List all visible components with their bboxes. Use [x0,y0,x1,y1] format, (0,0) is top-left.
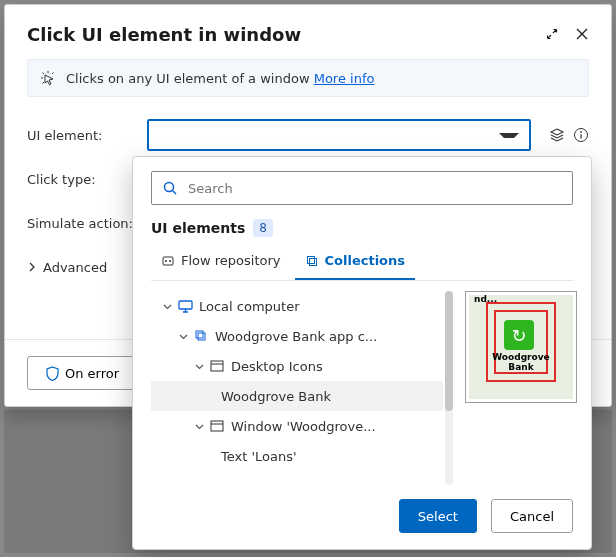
row-ui-element: UI element: [5,113,611,157]
monitor-icon [177,300,193,313]
info-text: Clicks on any UI element of a window Mor… [66,71,374,86]
ui-element-select[interactable] [147,119,531,151]
scrollbar-thumb[interactable] [445,291,453,411]
more-info-link[interactable]: More info [314,71,375,86]
tab-collections[interactable]: Collections [295,245,416,280]
search-icon [162,180,178,196]
svg-rect-10 [307,256,314,263]
popup-cancel-button[interactable]: Cancel [491,499,573,533]
svg-point-6 [165,183,174,192]
window-icon [209,360,225,372]
advanced-toggle[interactable]: Advanced [27,260,107,275]
svg-rect-7 [163,257,173,265]
tabs: Flow repository Collections [151,245,573,281]
cursor-click-icon [40,70,56,86]
select-button[interactable]: Select [399,499,477,533]
collections-icon [305,254,319,268]
shield-icon [46,366,59,381]
window-icon [209,420,225,432]
chevron-right-icon [27,262,37,272]
svg-rect-14 [198,333,205,340]
close-button[interactable] [567,19,597,49]
preview-thumbnail: nd... Woodgrove Bank [465,291,577,403]
svg-rect-15 [211,361,223,371]
tree-node-computer[interactable]: Local computer [151,291,443,321]
search-input[interactable] [186,180,562,197]
expand-icon [546,28,558,40]
label-ui-element: UI element: [27,128,137,143]
on-error-button[interactable]: On error [27,356,138,390]
svg-rect-16 [211,421,223,431]
chevron-down-icon [163,302,172,311]
scrollbar[interactable] [445,291,453,485]
tree: Local computer Woodgrove Bank app c... D… [151,291,443,485]
repository-icon [161,254,175,268]
layers-icon[interactable] [549,127,565,143]
tree-node-desktop-icons[interactable]: Desktop Icons [151,351,443,381]
tree-node-text-loans[interactable]: Text 'Loans' [151,441,443,471]
chevron-down-icon [179,332,188,341]
section-title: UI elements 8 [151,219,573,237]
tree-pane: Local computer Woodgrove Bank app c... D… [151,291,591,485]
info-bar: Clicks on any UI element of a window Mor… [27,59,589,97]
dialog-title: Click UI element in window [27,24,537,45]
svg-rect-12 [179,301,192,309]
svg-point-9 [169,260,171,262]
app-glyph-icon [504,320,534,350]
info-icon[interactable] [573,127,589,143]
tab-flow-repository[interactable]: Flow repository [151,245,291,280]
chevron-down-icon [195,422,204,431]
tree-node-app[interactable]: Woodgrove Bank app c... [151,321,443,351]
tree-node-woodgrove-bank[interactable]: Woodgrove Bank [151,381,443,411]
label-simulate-action: Simulate action: [27,216,137,231]
close-icon [576,28,588,40]
popup-button-bar: Select Cancel [133,485,591,549]
chevron-down-icon [195,362,204,371]
tree-node-window[interactable]: Window 'Woodgrove... [151,411,443,441]
svg-rect-11 [309,258,316,265]
count-badge: 8 [253,219,273,237]
svg-point-8 [165,260,167,262]
expand-button[interactable] [537,19,567,49]
svg-point-1 [580,131,582,133]
label-click-type: Click type: [27,172,137,187]
title-bar: Click UI element in window [5,5,611,59]
ui-element-picker: UI elements 8 Flow repository Collection… [132,156,592,550]
collection-icon [193,329,209,343]
svg-rect-13 [196,331,203,338]
search-input-wrap[interactable] [151,171,573,205]
